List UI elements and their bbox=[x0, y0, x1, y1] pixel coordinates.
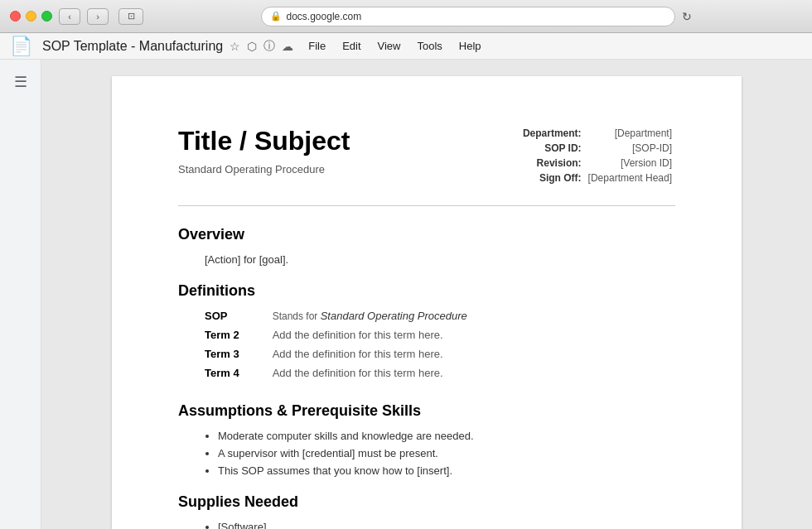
menu-bar: 📄 SOP Template - Manufacturing ☆ ⬡ ⓘ ☁ F… bbox=[0, 33, 812, 60]
list-item[interactable]: [Software] bbox=[218, 521, 675, 529]
stands-for-label: Stands for bbox=[273, 310, 321, 322]
def-sop: Stands for Standard Operating Procedure bbox=[273, 310, 467, 329]
reload-button[interactable]: ↻ bbox=[682, 10, 692, 23]
supplies-heading: Supplies Needed bbox=[178, 493, 675, 511]
list-item[interactable]: Moderate computer skills and knowledge a… bbox=[218, 430, 675, 442]
url-text: docs.google.com bbox=[287, 11, 362, 22]
department-label: Department: bbox=[520, 126, 585, 141]
revision-value[interactable]: [Version ID] bbox=[585, 156, 675, 171]
cloud-icon[interactable]: ☁ bbox=[282, 40, 293, 53]
lock-icon: 🔒 bbox=[270, 11, 282, 22]
section-divider bbox=[178, 205, 675, 206]
maximize-button[interactable] bbox=[41, 11, 52, 22]
sop-definition[interactable]: Standard Operating Procedure bbox=[321, 310, 467, 322]
definitions-section: Definitions SOP Stands for Standard Oper… bbox=[178, 282, 675, 386]
overview-section: Overview [Action] for [goal]. bbox=[178, 226, 675, 266]
signoff-value[interactable]: [Department Head] bbox=[585, 171, 675, 185]
drive-icon[interactable]: ⬡ bbox=[247, 40, 257, 53]
main-area: ☰ Title / Subject Standard Operating Pro… bbox=[0, 60, 812, 529]
assumptions-heading: Assumptions & Prerequisite Skills bbox=[178, 402, 675, 420]
list-item[interactable]: A supervisor with [credential] must be p… bbox=[218, 447, 675, 459]
revision-label: Revision: bbox=[520, 156, 585, 171]
overview-text[interactable]: [Action] for [goal]. bbox=[205, 253, 675, 266]
menu-edit[interactable]: Edit bbox=[334, 36, 369, 55]
menu-help[interactable]: Help bbox=[451, 36, 490, 55]
doc-title-block: Title / Subject Standard Operating Proce… bbox=[178, 126, 350, 176]
table-row: Term 3 Add the definition for this term … bbox=[205, 348, 467, 367]
term-sop[interactable]: SOP bbox=[205, 310, 273, 329]
forward-button[interactable]: › bbox=[87, 8, 109, 25]
def-term2[interactable]: Add the definition for this term here. bbox=[273, 329, 467, 348]
star-icon[interactable]: ☆ bbox=[230, 40, 240, 53]
doc-actions: ☆ ⬡ ⓘ ☁ bbox=[230, 39, 293, 54]
sop-id-value[interactable]: [SOP-ID] bbox=[585, 141, 675, 156]
menu-view[interactable]: View bbox=[370, 36, 409, 55]
assumptions-section: Assumptions & Prerequisite Skills Modera… bbox=[178, 402, 675, 477]
close-button[interactable] bbox=[10, 11, 21, 22]
doc-subtitle: Standard Operating Procedure bbox=[178, 163, 350, 176]
supplies-list: [Software] [Hardware] bbox=[218, 521, 675, 529]
doc-area[interactable]: Title / Subject Standard Operating Proce… bbox=[41, 60, 812, 529]
definitions-table: SOP Stands for Standard Operating Proced… bbox=[205, 310, 467, 386]
list-item[interactable]: This SOP assumes that you know how to [i… bbox=[218, 464, 675, 477]
def-term3[interactable]: Add the definition for this term here. bbox=[273, 348, 467, 367]
table-row: SOP Stands for Standard Operating Proced… bbox=[205, 310, 467, 329]
department-value[interactable]: [Department] bbox=[585, 126, 675, 141]
traffic-lights bbox=[10, 11, 52, 22]
tab-toggle-button[interactable]: ⊡ bbox=[118, 8, 143, 25]
doc-main-title[interactable]: Title / Subject bbox=[178, 126, 350, 156]
title-and-menu: SOP Template - Manufacturing ☆ ⬡ ⓘ ☁ Fil… bbox=[42, 36, 802, 55]
app-icon: 📄 bbox=[10, 36, 32, 57]
page: Title / Subject Standard Operating Proce… bbox=[112, 76, 742, 529]
doc-meta: Department: [Department] SOP ID: [SOP-ID… bbox=[520, 126, 675, 185]
address-bar-wrapper: 🔒 docs.google.com ↻ bbox=[150, 7, 802, 26]
sop-id-label: SOP ID: bbox=[520, 141, 585, 156]
table-row: Term 4 Add the definition for this term … bbox=[205, 367, 467, 386]
title-bar: ‹ › ⊡ 🔒 docs.google.com ↻ bbox=[0, 0, 812, 33]
info-icon[interactable]: ⓘ bbox=[263, 39, 275, 54]
sidebar-menu-icon[interactable]: ☰ bbox=[14, 73, 27, 91]
term-3[interactable]: Term 3 bbox=[205, 348, 273, 367]
address-bar[interactable]: 🔒 docs.google.com bbox=[261, 7, 675, 26]
overview-heading: Overview bbox=[178, 226, 675, 243]
menu-items: File Edit View Tools Help bbox=[300, 36, 489, 55]
assumptions-list: Moderate computer skills and knowledge a… bbox=[218, 430, 675, 477]
menu-tools[interactable]: Tools bbox=[409, 36, 451, 55]
term-2[interactable]: Term 2 bbox=[205, 329, 273, 348]
definitions-heading: Definitions bbox=[178, 282, 675, 300]
def-term4[interactable]: Add the definition for this term here. bbox=[273, 367, 467, 386]
doc-title: SOP Template - Manufacturing bbox=[42, 39, 223, 54]
back-button[interactable]: ‹ bbox=[59, 8, 80, 25]
menu-file[interactable]: File bbox=[300, 36, 334, 55]
doc-header: Title / Subject Standard Operating Proce… bbox=[178, 126, 675, 185]
table-row: Term 2 Add the definition for this term … bbox=[205, 329, 467, 348]
supplies-section: Supplies Needed [Software] [Hardware] bbox=[178, 493, 675, 529]
minimize-button[interactable] bbox=[26, 11, 36, 22]
signoff-label: Sign Off: bbox=[520, 171, 585, 185]
term-4[interactable]: Term 4 bbox=[205, 367, 273, 386]
sidebar: ☰ bbox=[0, 60, 41, 529]
